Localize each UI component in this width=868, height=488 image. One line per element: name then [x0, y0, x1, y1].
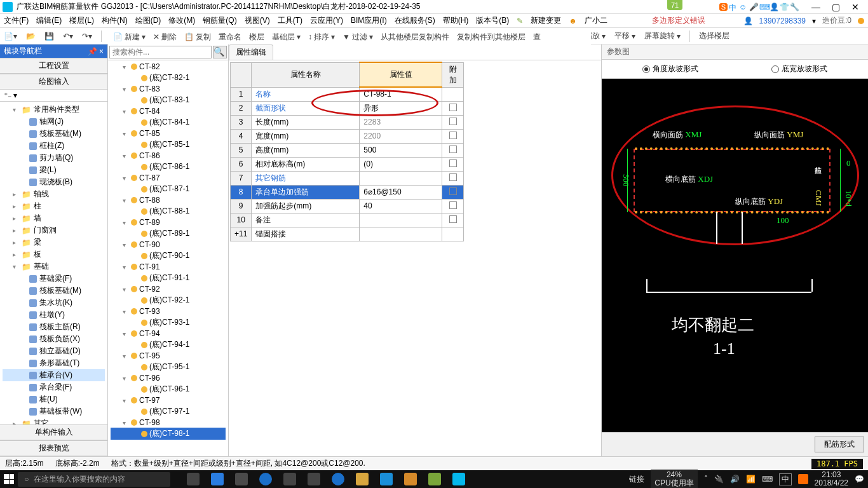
nav-item[interactable]: ▸📁梁: [3, 236, 105, 248]
menu-edit[interactable]: 编辑(E): [36, 15, 62, 26]
taskbar-search[interactable]: ○ 在这里输入你要搜索的内容: [18, 472, 170, 487]
property-row[interactable]: 7其它钢筋: [231, 171, 464, 185]
search-button[interactable]: 🔍: [213, 46, 227, 58]
component-item[interactable]: ▾CT-82: [111, 62, 226, 72]
btn-filter[interactable]: ▼过滤▾: [342, 32, 373, 43]
nav-item[interactable]: ▾📁常用构件类型: [3, 104, 105, 116]
ime-shirt-icon[interactable]: 👕: [780, 3, 789, 11]
property-row[interactable]: +11锚固搭接: [231, 227, 464, 241]
radio-width-slope[interactable]: 底宽放坡形式: [771, 64, 827, 74]
nav-item[interactable]: 桩(U): [3, 393, 105, 405]
menu-rebar[interactable]: 钢筋量(Q): [203, 15, 236, 26]
tray-net-icon[interactable]: 📶: [746, 475, 756, 484]
app-icon-5[interactable]: [380, 473, 393, 485]
tb-undo-icon[interactable]: ↶▾: [63, 32, 73, 41]
nav-item[interactable]: 承台梁(F): [3, 381, 105, 393]
nav-item[interactable]: 框柱(Z): [3, 140, 105, 152]
component-item[interactable]: (底)CT-90-1: [111, 250, 226, 262]
coin-label[interactable]: 造价豆:0: [822, 15, 851, 26]
component-item[interactable]: ▾CT-86: [111, 151, 226, 161]
component-item[interactable]: (底)CT-92-1: [111, 294, 226, 306]
task-view-icon[interactable]: [187, 473, 200, 485]
nav-item[interactable]: 轴网(J): [3, 116, 105, 128]
component-item[interactable]: (底)CT-93-1: [111, 316, 226, 329]
component-item[interactable]: (底)CT-83-1: [111, 94, 226, 106]
menu-floor[interactable]: 楼层(L): [69, 15, 94, 26]
nav-item[interactable]: 梁(L): [3, 164, 105, 176]
nav-btn-report[interactable]: 报表预览: [0, 440, 107, 456]
component-item[interactable]: (底)CT-91-1: [111, 272, 226, 284]
dd-baselayer[interactable]: 基础层▾: [272, 32, 301, 43]
menu-newchange[interactable]: 新建变更: [531, 15, 561, 26]
tb-redo-icon[interactable]: ↷▾: [82, 32, 92, 41]
property-row[interactable]: 8承台单边加强筋6⌀16@150: [231, 185, 464, 199]
component-item[interactable]: ▾CT-83: [111, 84, 226, 94]
component-item[interactable]: (底)CT-96-1: [111, 383, 226, 395]
nav-item[interactable]: 柱墩(Y): [3, 309, 105, 321]
component-item[interactable]: (底)CT-86-1: [111, 161, 226, 173]
property-row[interactable]: 10备注: [231, 213, 464, 227]
component-item[interactable]: (底)CT-94-1: [111, 339, 226, 351]
explorer-icon[interactable]: [356, 473, 369, 485]
property-table[interactable]: 属性名称属性值附加 1名称CT-98-12截面形状异形3长度(mm)22834宽…: [230, 62, 464, 241]
property-row[interactable]: 6相对底标高(m)(0): [231, 157, 464, 171]
radio-angle-slope[interactable]: 角度放坡形式: [642, 64, 698, 74]
tray-conn[interactable]: 链接: [629, 474, 644, 485]
property-row[interactable]: 2截面形状异形: [231, 101, 464, 115]
component-tree[interactable]: ▾CT-82(底)CT-82-1▾CT-83(底)CT-83-1▾CT-84(底…: [108, 60, 228, 456]
menu-cloud[interactable]: 云应用(Y): [310, 15, 343, 26]
component-search-input[interactable]: [109, 46, 212, 58]
component-item[interactable]: (底)CT-98-1: [111, 428, 226, 440]
app-icon-6[interactable]: [404, 473, 417, 485]
menu-file[interactable]: 文件(F): [4, 15, 29, 26]
tray-power-icon[interactable]: 🔌: [714, 475, 724, 484]
ime-person-icon[interactable]: 👤: [770, 3, 778, 11]
nav-item[interactable]: ▾📁基础: [3, 261, 105, 273]
property-row[interactable]: 3长度(mm)2283: [231, 115, 464, 129]
ime-smile-icon[interactable]: ☺: [739, 3, 748, 11]
property-row[interactable]: 9加强筋起步(mm)40: [231, 199, 464, 213]
nav-item[interactable]: 剪力墙(Q): [3, 152, 105, 164]
btn-delete[interactable]: ✕删除: [153, 32, 177, 43]
menu-tool[interactable]: 工具(T): [278, 15, 302, 26]
close-button[interactable]: ✕: [851, 2, 859, 12]
component-item[interactable]: ▾CT-97: [111, 395, 226, 405]
menu-bim[interactable]: BIM应用(I): [351, 15, 387, 26]
tab-property-edit[interactable]: 属性编辑: [229, 44, 273, 60]
menu-component[interactable]: 构件(N): [102, 15, 128, 26]
component-item[interactable]: ▾CT-92: [111, 284, 226, 294]
menu-draw[interactable]: 绘图(D): [135, 15, 161, 26]
tb-open-icon[interactable]: 📂: [26, 32, 36, 41]
tray-ime-icon[interactable]: ⌨: [762, 475, 773, 484]
menu-version[interactable]: 版本号(B): [476, 15, 509, 26]
nav-item[interactable]: ▸📁其它: [3, 417, 105, 424]
start-button[interactable]: [4, 474, 14, 484]
nav-item[interactable]: 基础板带(W): [3, 405, 105, 417]
component-item[interactable]: ▾CT-98: [111, 417, 226, 428]
component-item[interactable]: ▾CT-93: [111, 306, 226, 316]
minimize-button[interactable]: —: [811, 2, 820, 12]
tray-sogou-icon[interactable]: [798, 474, 808, 484]
component-item[interactable]: ▾CT-84: [111, 106, 226, 116]
nav-item[interactable]: ▸📁板: [3, 248, 105, 261]
maximize-button[interactable]: ▢: [832, 2, 840, 12]
edge-icon[interactable]: [259, 473, 272, 485]
nav-close-icon[interactable]: ×: [99, 47, 104, 56]
score-badge[interactable]: 71: [667, 0, 682, 10]
btn-copy[interactable]: 📋复制: [184, 32, 211, 43]
nav-item[interactable]: 筏板主筋(R): [3, 321, 105, 333]
nav-pin-icon[interactable]: 📌: [88, 47, 97, 56]
tb-pan[interactable]: 平移▾: [614, 30, 635, 41]
component-item[interactable]: ▾CT-95: [111, 351, 226, 361]
nav-group-projectset[interactable]: 工程设置: [0, 58, 107, 73]
nav-item[interactable]: ▸📁轴线: [3, 188, 105, 200]
component-item[interactable]: ▾CT-91: [111, 262, 226, 272]
tb-new-icon[interactable]: 📄▾: [4, 32, 17, 41]
tray-up-icon[interactable]: ˄: [704, 475, 708, 484]
param-diagram[interactable]: 横向面筋 XMJ 纵向面筋 YMJ 横向底筋 XDJ 纵向底筋 YDJ CMJ …: [602, 79, 868, 432]
nav-item[interactable]: 筏板基础(M): [3, 128, 105, 140]
nav-item[interactable]: 现浇板(B): [3, 176, 105, 188]
menu-online[interactable]: 在线服务(S): [395, 15, 435, 26]
nav-item[interactable]: ▸📁门窗洞: [3, 224, 105, 236]
menu-user2[interactable]: 广小二: [585, 15, 607, 26]
